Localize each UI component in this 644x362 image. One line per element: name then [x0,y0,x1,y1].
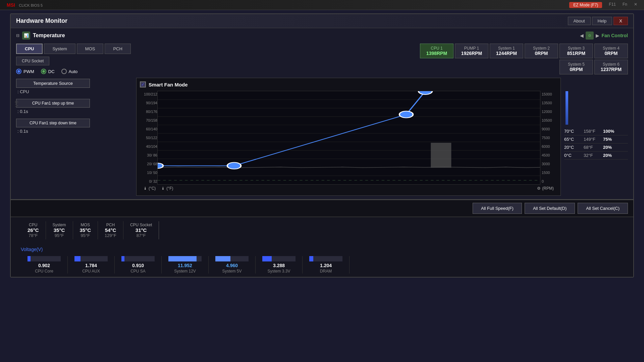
voltage-cpu-core-value: 0.902 [28,263,61,268]
cpu-socket-button[interactable]: CPU Socket [16,57,49,65]
reading-system-f: 95°F [53,233,66,238]
step-up-section: CPU Fan1 step up time : 0.1s [16,99,131,114]
window-title: Hardware Monitor [16,17,67,24]
fan-pump1-value: 1926RPM [460,51,483,56]
fan-sys4-label: System 4 [599,46,623,51]
reading-cpu-f: 78°F [28,233,39,238]
step-down-button[interactable]: CPU Fan1 step down time [16,119,90,127]
fan-cpu1[interactable]: CPU 1 1398RPM [420,44,453,58]
reading-system-c: 35°C [53,227,66,233]
step-up-value: : 0.1s [16,109,131,114]
voltage-cpu-aux: 1.784 CPU AUX [68,256,115,274]
voltage-cpu-core-fill [28,256,31,261]
top-close-icon[interactable]: ✕ [634,2,637,8]
smart-fan-title: Smart Fan Mode [149,82,188,87]
step-down-value: : 0.1s [16,129,131,134]
fan-sys2[interactable]: System 2 0RPM [525,44,558,58]
reading-pch-f: 129°F [105,233,116,238]
temp-icon: 📊 [22,32,30,40]
temp-left-panel: CPU System MOS PCH CPU Socket [16,44,131,138]
pwm-radio-circle [16,69,21,74]
tab-system[interactable]: System [44,44,75,54]
collapse-button[interactable]: ⊟ [16,33,19,38]
reading-cpusocket-f: 87°F [130,233,152,238]
voltage-sys5v-value: 4.960 [215,263,249,268]
svg-point-14 [419,91,432,95]
fan-pump1[interactable]: PUMP 1 1926RPM [455,44,488,58]
tab-cpu[interactable]: CPU [16,44,43,54]
about-button[interactable]: About [568,17,591,25]
fan-sys5-value: 0RPM [565,67,588,72]
fan-sys1-value: 1244RPM [495,51,518,56]
auto-label: Auto [69,69,78,74]
temp-header-left: ⊟ 📊 Temperature [16,32,65,40]
tab-pch[interactable]: PCH [105,44,130,54]
fan-control-link[interactable]: ◀ ⚙ ▶ Fan Control [580,32,628,40]
y-axis-right: 15000 13500 12000 10500 9000 7500 6000 4… [542,91,557,185]
close-button[interactable]: X [613,17,628,25]
ts-row-0: 70°C 158°F 100% [564,127,628,135]
voltage-sys33v: 3.288 System 3.3V [256,256,303,274]
fan-rpm-row-1: CPU 1 1398RPM PUMP 1 1926RPM System 1 12… [420,44,628,58]
voltage-dram-label: DRAM [309,269,342,274]
reading-cpusocket-c: 31°C [130,227,152,233]
hardware-monitor-window: Hardware Monitor About Help X ⊟ 📊 Temper… [10,13,634,278]
reading-cpu-label: CPU [28,223,39,227]
fn-label: Fn [623,2,627,8]
fan-sys6-label: System 6 [599,62,623,67]
temperature-title: Temperature [33,33,65,39]
reading-pch: PCH 54°C 129°F [98,221,123,239]
action-buttons-row: All Full Speed(F) All Set Default(D) All… [11,200,633,217]
fan-sys6-value: 1237RPM [599,67,623,72]
fan-sys5[interactable]: System 5 0RPM [559,60,593,74]
fan-sys6[interactable]: System 6 1237RPM [594,60,628,74]
voltage-cpu-sa-fill [121,256,124,261]
reading-cpu-c: 26°C [28,227,39,233]
auto-radio[interactable]: Auto [61,69,78,74]
fan-control-label: Fan Control [601,33,628,38]
temp-tabs: CPU System MOS PCH [16,44,131,54]
reading-cpu: CPU 26°C 78°F [21,221,46,239]
unit-f-label: 🌡 (°F) [161,186,173,191]
voltage-bars-row: 0.902 CPU Core 1.784 CPU AUX 0.910 CPU S… [21,256,623,274]
fan-sys4[interactable]: System 4 0RPM [594,44,628,58]
voltage-sys12v: 11.952 System 12V [162,256,209,274]
bottom-readings: CPU 26°C 78°F System 35°C 95°F MOS 35°C … [11,217,633,243]
all-set-default-button[interactable]: All Set Default(D) [525,203,575,214]
smart-fan-area: ✓ Smart Fan Mode 100/212 90/194 80/176 [136,78,628,196]
reading-system: System 35°C 95°F [46,221,73,239]
temp-source-value: : CPU [16,89,131,94]
ez-mode-button[interactable]: EZ Mode (F7) [569,2,602,8]
temp-source-section: Temperature Source : CPU [16,79,131,94]
voltage-sys33v-bar [262,256,296,261]
dc-radio[interactable]: DC [41,69,55,74]
voltage-dram-value: 1.204 [309,263,342,268]
voltage-title[interactable]: Voltage(V) [21,247,623,252]
step-up-button[interactable]: CPU Fan1 step up time [16,99,90,108]
voltage-sys5v-bar [215,256,249,261]
reading-pch-c: 54°C [105,227,116,233]
tab-mos[interactable]: MOS [77,44,104,54]
voltage-sys12v-value: 11.952 [168,263,202,268]
voltage-cpu-aux-value: 1.784 [74,263,108,268]
pwm-radio[interactable]: PWM [16,69,34,74]
voltage-cpu-aux-label: CPU AUX [74,269,108,274]
dc-radio-inner [42,70,45,73]
voltage-cpu-sa-bar [121,256,155,261]
all-set-cancel-button[interactable]: All Set Cancel(C) [578,203,628,214]
voltage-cpu-core-bar [28,256,61,261]
fan-sys3[interactable]: System 3 851RPM [559,44,593,58]
svg-rect-10 [431,143,451,168]
fan-sys5-label: System 5 [565,62,588,67]
fan-curve-chart[interactable] [157,91,540,185]
nav-right-icon: ▶ [596,33,599,38]
temp-source-button[interactable]: Temperature Source [16,79,90,88]
fan-sys1[interactable]: System 1 1244RPM [490,44,523,58]
pwm-label: PWM [23,69,34,74]
ts-row-3: 0°C 32°F 20% [564,152,628,160]
voltage-cpu-sa: 0.910 CPU SA [115,256,162,274]
all-full-speed-button[interactable]: All Full Speed(F) [473,203,522,214]
voltage-cpu-sa-value: 0.910 [121,263,155,268]
smart-fan-checkbox[interactable]: ✓ [140,81,146,87]
help-button[interactable]: Help [592,17,612,25]
